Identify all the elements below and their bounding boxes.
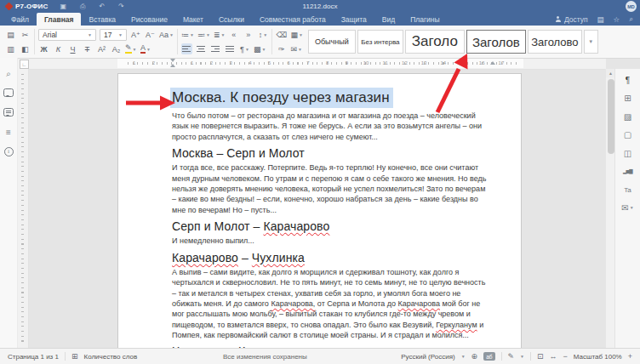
fill-color-icon[interactable]: ▦▼ [290, 29, 302, 40]
menu-tab-2[interactable]: Вставка [81, 13, 123, 26]
fit-page-button[interactable]: ⊡ [537, 352, 544, 361]
menu-tab-0[interactable]: Файл [3, 13, 37, 26]
menu-tab-9[interactable]: Плагины [403, 13, 447, 26]
cut-icon[interactable]: ✂ [20, 29, 31, 40]
chart-icon[interactable]: ▂▅▇ [622, 167, 634, 177]
paste-icon[interactable]: ▤ [5, 29, 16, 40]
spellcheck-toggle[interactable]: аб [483, 352, 494, 361]
decrease-indent-icon[interactable]: « [228, 29, 239, 40]
styles-gallery-expand-button[interactable]: ▼ [584, 30, 598, 54]
undo-icon[interactable]: ↶ [99, 3, 105, 11]
redo-icon[interactable]: ↷ [118, 3, 124, 11]
copy-icon[interactable]: ▥ [5, 43, 16, 54]
numbering-icon[interactable]: ≕▼ [197, 29, 210, 40]
align-center-icon[interactable] [196, 43, 207, 54]
style-preset-4[interactable]: Заголово [528, 30, 582, 54]
style-preset-2[interactable]: Заголо [405, 30, 465, 54]
tab-stop-selector[interactable]: ∟ [20, 60, 29, 69]
navigation-icon[interactable]: ≡ [3, 127, 14, 137]
feedback-icon[interactable]: i [3, 146, 14, 156]
clear-style-icon[interactable]: ⌫ [276, 29, 287, 40]
fit-width-button[interactable]: ↔ [550, 352, 557, 361]
change-case-icon[interactable]: Aa▼ [159, 29, 174, 40]
open-file-location-button[interactable]: ▤ [597, 15, 604, 24]
page-indicator[interactable]: Страница 1 из 1 [8, 353, 59, 361]
line-spacing-icon[interactable]: ↕▼ [257, 29, 268, 40]
align-left-icon[interactable] [181, 43, 192, 54]
image-icon[interactable]: ▨ [622, 111, 634, 122]
font-color-icon[interactable]: А▼ [140, 43, 151, 54]
style-preset-0[interactable]: Обычный [308, 30, 356, 54]
doc-heading[interactable]: Серп и Молот – Карачарово [172, 219, 489, 233]
word-count-button[interactable]: Количество слов [84, 353, 138, 361]
menu-tab-1[interactable]: Главная [37, 13, 82, 26]
doc-paragraph[interactable]: А выпив – сами видите, как долго я морщи… [172, 267, 489, 340]
doc-heading[interactable]: Москва – Серп и Молот [172, 146, 489, 160]
format-painter-icon[interactable]: ◧ [20, 43, 31, 54]
bold-icon[interactable]: Ж [38, 43, 49, 54]
document-canvas[interactable]: Москва. К поезду через магазин Что было … [29, 69, 606, 349]
search-icon[interactable]: ⌕ [3, 68, 14, 78]
style-preset-1[interactable]: Без интерва [357, 30, 403, 54]
table-icon[interactable]: ⊞ [622, 94, 634, 104]
increase-indent-icon[interactable]: » [243, 29, 254, 40]
menu-tab-6[interactable]: Совместная работа [252, 13, 334, 26]
document-page[interactable]: Москва. К поезду через магазин Что было … [117, 73, 522, 349]
doc-title-heading[interactable]: Москва. К поезду через магазин [170, 89, 489, 106]
bullets-icon[interactable]: ≔▼ [181, 29, 194, 40]
zoom-in-button[interactable]: + [628, 352, 632, 361]
user-avatar[interactable]: MD [626, 1, 637, 12]
italic-icon[interactable]: К [53, 43, 64, 54]
align-right-icon[interactable] [210, 43, 221, 54]
increment-font-icon[interactable]: A⁺ [130, 29, 141, 40]
menu-tab-7[interactable]: Защита [334, 13, 374, 26]
merge-shapes-icon[interactable]: ◫ [622, 148, 634, 158]
subscript-icon[interactable]: A₂ [111, 43, 122, 54]
shape-icon[interactable]: ▢ [622, 130, 634, 140]
menu-tab-5[interactable]: Ссылки [211, 13, 252, 26]
search-button[interactable]: ⌕ [629, 14, 633, 24]
style-preset-3-selected[interactable]: Заголов [466, 30, 526, 54]
language-caret-icon[interactable]: ▼ [461, 354, 466, 359]
nonprinting-chars-icon[interactable]: ¶▼ [239, 43, 250, 54]
superscript-icon[interactable]: A² [96, 43, 107, 54]
save-icon[interactable]: ▣ [60, 3, 66, 11]
horizontal-ruler[interactable]: ∟ 21 1234567891011121314151617 [17, 58, 606, 70]
print-icon[interactable]: ⎙ [80, 3, 85, 11]
mail-merge-icon[interactable]: ✉▼ [290, 43, 302, 54]
doc-paragraph[interactable]: Что было потом – от ресторана до магазин… [172, 111, 489, 142]
zoom-out-button[interactable]: − [563, 352, 568, 361]
menu-tab-3[interactable]: Рисование [123, 13, 175, 26]
share-access-button[interactable]: Доступ [555, 15, 588, 24]
doc-paragraph[interactable]: И немедленно выпил... [172, 236, 489, 246]
strikethrough-icon[interactable]: Т [82, 43, 93, 54]
zoom-level[interactable]: Масштаб 100% [574, 353, 622, 361]
track-changes-icon[interactable]: ✎ [508, 352, 515, 361]
comments-icon[interactable] [3, 88, 14, 98]
font-size-select[interactable]: 17▼ [100, 29, 127, 41]
justify-icon[interactable] [225, 43, 236, 54]
text-art-icon[interactable]: Ta [622, 185, 634, 195]
menu-tab-8[interactable]: Вид [374, 13, 403, 26]
highlight-color-icon[interactable]: ✎▼ [125, 43, 137, 54]
selected-title-text[interactable]: Москва. К поезду через магазин [170, 88, 393, 108]
scrollbar-thumb[interactable] [608, 79, 614, 154]
paragraph-settings-icon[interactable]: ¶ [622, 75, 634, 85]
track-changes-caret-icon[interactable]: ▼ [520, 354, 524, 359]
favorite-button[interactable]: ☆ [614, 15, 620, 24]
language-select[interactable]: Русский (Россия) [401, 353, 454, 361]
shading-icon[interactable]: ▩▼ [254, 43, 266, 54]
doc-paragraph[interactable]: И тогда все, все расскажу. Потерпите. Ве… [172, 162, 489, 214]
vertical-ruler[interactable] [17, 69, 29, 349]
decrement-font-icon[interactable]: A⁻ [145, 29, 156, 40]
first-line-indent-marker[interactable] [170, 59, 175, 62]
underline-icon[interactable]: Ч [67, 43, 78, 54]
menu-tab-4[interactable]: Макет [175, 13, 211, 26]
set-language-globe-icon[interactable]: ⊕ [471, 352, 478, 361]
left-indent-marker[interactable] [170, 64, 175, 67]
doc-heading[interactable]: Карачарово – Чухлинка [172, 251, 489, 264]
mail-merge-icon[interactable]: ✉▼ [622, 203, 634, 213]
font-name-select[interactable]: Arial▼ [38, 29, 96, 41]
chat-icon[interactable] [3, 107, 14, 117]
right-indent-marker[interactable] [490, 61, 495, 65]
